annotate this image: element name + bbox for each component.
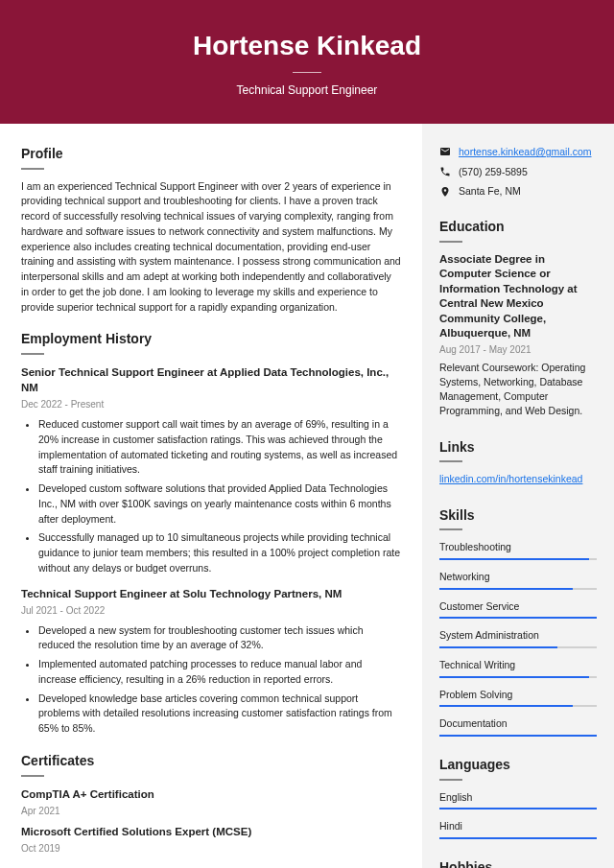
skills-heading: Skills: [439, 506, 597, 526]
underline: [21, 168, 44, 170]
phone-icon: [439, 166, 451, 177]
job-title: Senior Technical Support Engineer at App…: [21, 364, 401, 395]
education-heading: Education: [439, 218, 597, 237]
job-bullet: Developed custom software solutions that…: [38, 481, 401, 527]
links-heading: Links: [439, 438, 597, 457]
lang-name: Hindi: [439, 819, 597, 833]
contact-section: hortense.kinkead@gmail.com (570) 259-589…: [439, 145, 597, 199]
skills-section: Skills TroubleshootingNetworkingCustomer…: [439, 506, 597, 737]
skill-bar: [439, 617, 597, 619]
cert-title: CompTIA A+ Certification: [21, 786, 401, 802]
lang-bar: [439, 837, 597, 839]
lang-bar: [439, 808, 597, 809]
job-title: Technical Support Engineer: [0, 82, 614, 99]
skill-name: Troubleshooting: [439, 540, 597, 554]
skill-bar: [439, 646, 597, 648]
underline: [439, 779, 462, 781]
main-column: Profile I am an experienced Technical Su…: [0, 124, 422, 868]
education-section: Education Associate Degree in Computer S…: [439, 218, 597, 419]
job-dates: Dec 2022 - Present: [21, 398, 401, 411]
name: Hortense Kinkead: [0, 27, 614, 64]
profile-text: I am an experienced Technical Support En…: [21, 179, 401, 316]
skill-name: Documentation: [439, 716, 597, 731]
contact-email-row: hortense.kinkead@gmail.com: [439, 145, 597, 159]
job-dates: Jul 2021 - Oct 2022: [21, 604, 401, 618]
skill-name: Technical Writing: [439, 658, 597, 672]
header: Hortense Kinkead Technical Support Engin…: [0, 0, 614, 124]
cert-date: Oct 2019: [21, 842, 401, 856]
underline: [439, 460, 462, 462]
header-rule: [293, 72, 321, 73]
contact-location: Santa Fe, NM: [459, 184, 521, 199]
languages-heading: Languages: [439, 756, 597, 775]
linkedin-link[interactable]: linkedin.com/in/hortensekinkead: [439, 473, 582, 484]
job-bullet: Developed a new system for troubleshooti…: [38, 623, 401, 654]
certificates-section: Certificates CompTIA A+ CertificationApr…: [21, 752, 401, 856]
employment-section: Employment History Senior Technical Supp…: [21, 330, 401, 737]
skill-name: Networking: [439, 570, 597, 584]
skill-name: Problem Solving: [439, 688, 597, 702]
job-bullet: Implemented automated patching processes…: [38, 657, 401, 688]
underline: [439, 241, 462, 243]
skill-bar: [439, 676, 597, 678]
job-bullet: Developed knowledge base articles coveri…: [38, 692, 401, 737]
contact-phone-row: (570) 259-5895: [439, 165, 597, 179]
email-icon: [439, 146, 451, 157]
sidebar: hortense.kinkead@gmail.com (570) 259-589…: [422, 124, 614, 868]
underline: [439, 528, 462, 530]
job-bullets: Reduced customer support call wait times…: [21, 417, 401, 576]
cert-title: Microsoft Certified Solutions Expert (MC…: [21, 824, 401, 839]
hobbies-section: Hobbies: [439, 858, 597, 868]
lang-name: English: [439, 790, 597, 805]
skill-bar: [439, 558, 597, 560]
underline: [21, 775, 44, 777]
skill-name: System Administration: [439, 628, 597, 643]
contact-location-row: Santa Fe, NM: [439, 184, 597, 199]
skill-bar: [439, 735, 597, 737]
job-bullet: Successfully managed up to 10 simultaneo…: [38, 530, 401, 575]
employment-heading: Employment History: [21, 330, 401, 349]
job-bullets: Developed a new system for troubleshooti…: [21, 623, 401, 737]
contact-email[interactable]: hortense.kinkead@gmail.com: [459, 145, 591, 159]
underline: [21, 353, 44, 355]
education-dates: Aug 2017 - May 2021: [439, 343, 597, 357]
profile-section: Profile I am an experienced Technical Su…: [21, 145, 401, 315]
education-title: Associate Degree in Computer Science or …: [439, 252, 597, 341]
job-title: Technical Support Engineer at Solu Techn…: [21, 586, 401, 601]
skill-bar: [439, 588, 597, 590]
skill-bar: [439, 705, 597, 707]
hobbies-heading: Hobbies: [439, 858, 597, 868]
links-section: Links linkedin.com/in/hortensekinkead: [439, 438, 597, 487]
location-icon: [439, 186, 451, 198]
contact-phone: (570) 259-5895: [459, 165, 528, 179]
cert-date: Apr 2021: [21, 805, 401, 818]
profile-heading: Profile: [21, 145, 401, 164]
skill-name: Customer Service: [439, 599, 597, 614]
certificates-heading: Certificates: [21, 752, 401, 771]
job-bullet: Reduced customer support call wait times…: [38, 417, 401, 478]
education-desc: Relevant Coursework: Operating Systems, …: [439, 361, 597, 419]
languages-section: Languages EnglishHindi: [439, 756, 597, 839]
